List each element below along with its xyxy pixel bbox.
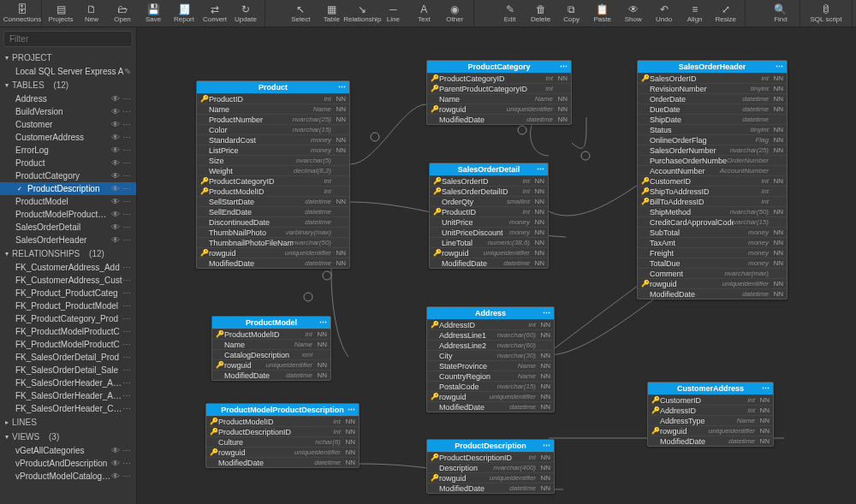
tree-rel[interactable]: FK_SalesOrderDetail_Sale⋯ <box>0 364 136 377</box>
column-row[interactable]: 🔑CustomerIDintNN <box>638 175 787 186</box>
entity-SalesOrderHeader[interactable]: SalesOrderHeader⋯🔑SalesOrderIDintNNRevis… <box>637 60 788 299</box>
tree-table-SalesOrderHeader[interactable]: SalesOrderHeader👁 ⋯ <box>0 234 136 246</box>
new-button[interactable]: 🗋New <box>76 0 107 27</box>
tree-view[interactable]: vProductAndDescription👁 ⋯ <box>0 457 136 470</box>
column-row[interactable]: OnlineOrderFlagFlagNN <box>638 134 787 145</box>
tree-table-ProductCategory[interactable]: ProductCategory👁 ⋯ <box>0 169 136 182</box>
column-row[interactable]: Commentnvarchar(max) <box>638 268 787 278</box>
column-row[interactable]: 🔑SalesOrderIDintNN <box>430 175 548 186</box>
column-row[interactable]: ProductNumbernvarchar(25)NN <box>197 114 349 124</box>
column-row[interactable]: 🔑rowguiduniqueidentifierNN <box>430 247 548 258</box>
column-row[interactable]: 🔑ProductModelIDintNN <box>206 416 359 426</box>
column-row[interactable]: TotalDuemoneyNN <box>638 258 787 268</box>
tree-rel[interactable]: FK_SalesOrderHeader_Add⋯ <box>0 389 136 402</box>
column-row[interactable]: ModifiedDatedatetimeNN <box>427 401 554 412</box>
tree-view[interactable]: vGetAllCategories👁 ⋯ <box>0 444 136 457</box>
tree-rel[interactable]: FK_SalesOrderHeader_Cus⋯ <box>0 402 136 415</box>
column-row[interactable]: TaxAmtmoneyNN <box>638 237 787 247</box>
column-row[interactable]: OrderQtysmallintNN <box>430 196 548 206</box>
tree-table-Address[interactable]: Address👁 ⋯ <box>0 92 136 105</box>
column-row[interactable]: 🔑rowguiduniqueidentifierNN <box>212 359 330 370</box>
tree-rel[interactable]: FK_ProductModelProductC⋯ <box>0 325 136 338</box>
column-row[interactable]: ModifiedDatedatetimeNN <box>206 457 359 467</box>
column-row[interactable]: OrderDatedatetimeNN <box>638 93 787 104</box>
column-row[interactable]: 🔑SalesOrderIDintNN <box>638 73 787 83</box>
resize-button[interactable]: ⤢Resize <box>710 0 741 27</box>
column-row[interactable]: 🔑SalesOrderDetailIDintNN <box>430 186 548 196</box>
column-row[interactable]: 🔑rowguiduniqueidentifierNN <box>206 447 359 457</box>
column-row[interactable]: AddressLine2nvarchar(60) <box>427 340 554 350</box>
column-row[interactable]: 🔑ProductCategoryIDint <box>197 175 349 186</box>
line-button[interactable]: ─Line <box>377 0 408 27</box>
tree-rel[interactable]: FK_CustomerAddress_Cust⋯ <box>0 274 136 287</box>
column-row[interactable]: 🔑ShipToAddressIDint <box>638 186 787 196</box>
column-row[interactable]: AddressTypeNameNN <box>648 415 773 425</box>
entity-header[interactable]: CustomerAddress⋯ <box>648 382 773 394</box>
other-button[interactable]: ◉Other <box>439 0 470 27</box>
column-row[interactable]: AccountNumberAccountNumber <box>638 165 787 175</box>
entity-header[interactable]: ProductModel⋯ <box>212 317 330 329</box>
column-row[interactable]: 🔑ProductModelIDint <box>197 186 349 196</box>
column-row[interactable]: StandardCostmoneyNN <box>197 134 349 145</box>
column-row[interactable]: 🔑ProductDescriptionIDintNN <box>427 452 554 462</box>
tree-table-Customer[interactable]: Customer👁 ⋯ <box>0 118 136 131</box>
copy-button[interactable]: ⧉Copy <box>556 0 587 27</box>
save-button[interactable]: 💾Save <box>138 0 169 27</box>
column-row[interactable]: Descriptionnvarchar(400)NN <box>427 462 554 472</box>
tree-table-Product[interactable]: Product👁 ⋯ <box>0 157 136 169</box>
filter-input[interactable] <box>3 31 133 47</box>
column-row[interactable]: ModifiedDatedatetimeNN <box>638 288 787 299</box>
column-row[interactable]: PurchaseOrderNumberOrderNumber <box>638 155 787 165</box>
show-button[interactable]: 👁Show <box>618 0 649 27</box>
tree-rel[interactable]: FK_Product_ProductModel⋯ <box>0 299 136 312</box>
column-row[interactable]: PostalCodenvarchar(15)NN <box>427 381 554 391</box>
tree-rel[interactable]: FK_SalesOrderHeader_Add⋯ <box>0 377 136 389</box>
column-row[interactable]: CountryRegionNameNN <box>427 371 554 381</box>
undo-button[interactable]: ↶Undo <box>649 0 680 27</box>
tree-table-CustomerAddress[interactable]: CustomerAddress👁 ⋯ <box>0 131 136 144</box>
column-row[interactable]: 🔑rowguiduniqueidentifierNN <box>427 104 571 114</box>
table-button[interactable]: ▦Table <box>316 0 347 27</box>
diagram-canvas[interactable]: Product⋯🔑ProductIDintNNNameNameNNProduct… <box>137 27 856 504</box>
column-row[interactable]: ThumbnailPhotoFileNamenvarchar(50) <box>197 237 349 247</box>
column-row[interactable]: 🔑CustomerIDintNN <box>648 394 773 405</box>
column-row[interactable]: NameNameNN <box>212 339 330 349</box>
entity-header[interactable]: Address⋯ <box>427 307 554 319</box>
column-row[interactable]: DueDatedatetimeNN <box>638 104 787 114</box>
paste-button[interactable]: 📋Paste <box>587 0 618 27</box>
entity-header[interactable]: ProductModelProductDescription⋯ <box>206 404 359 416</box>
column-row[interactable]: 🔑ProductCategoryIDintNN <box>427 73 571 83</box>
tree-rel[interactable]: FK_Product_ProductCateg⋯ <box>0 287 136 299</box>
column-row[interactable]: 🔑ProductModelIDintNN <box>212 329 330 339</box>
column-row[interactable]: 🔑rowguiduniqueidentifierNN <box>427 472 554 483</box>
entity-ProductModelProductDescription[interactable]: ProductModelProductDescription⋯🔑ProductM… <box>205 403 360 468</box>
column-row[interactable]: ModifiedDatedatetimeNN <box>427 114 571 124</box>
column-row[interactable]: ShipMethodnvarchar(50)NN <box>638 206 787 216</box>
entity-Address[interactable]: Address⋯🔑AddressIDintNNAddressLine1nvarc… <box>426 306 555 412</box>
select-button[interactable]: ↖Select <box>285 0 316 27</box>
entity-ProductCategory[interactable]: ProductCategory⋯🔑ProductCategoryIDintNN🔑… <box>426 60 572 125</box>
column-row[interactable]: CreditCardApprovalCodevarchar(15) <box>638 216 787 227</box>
column-row[interactable]: 🔑ProductDescriptionIDintNN <box>206 426 359 436</box>
convert-button[interactable]: ⇄Convert <box>199 0 230 27</box>
open-button[interactable]: 🗁Open <box>107 0 138 27</box>
tree-table-ProductDescription[interactable]: ✓ProductDescription👁 ⋯ <box>0 182 136 195</box>
column-row[interactable]: ListPricemoneyNN <box>197 145 349 155</box>
column-row[interactable]: SellEndDatedatetime <box>197 206 349 216</box>
find-button[interactable]: 🔍Find <box>765 0 796 27</box>
column-row[interactable]: ShipDatedatetime <box>638 114 787 124</box>
column-row[interactable]: Culturenchar(6)NN <box>206 436 359 447</box>
column-row[interactable]: ModifiedDatedatetimeNN <box>197 258 349 268</box>
tree-rel[interactable]: FK_SalesOrderDetail_Prod⋯ <box>0 351 136 364</box>
tree-table-ErrorLog[interactable]: ErrorLog👁 ⋯ <box>0 144 136 157</box>
tree-rel[interactable]: FK_CustomerAddress_Add⋯ <box>0 261 136 274</box>
edit-button[interactable]: ✎Edit <box>495 0 526 27</box>
tree-section-relationships[interactable]: ▾RELATIONSHIPS (12) <box>0 246 136 261</box>
entity-header[interactable]: SalesOrderHeader⋯ <box>638 61 787 73</box>
project-name[interactable]: Local SQL Server Express A✎ <box>0 65 136 78</box>
column-row[interactable]: 🔑AddressIDintNN <box>648 405 773 415</box>
relationship-button[interactable]: ↘Relationship <box>347 0 377 27</box>
column-row[interactable]: LineTotalnumeric(38,6)NN <box>430 237 548 247</box>
column-row[interactable]: ModifiedDatedatetimeNN <box>427 483 554 493</box>
align-button[interactable]: ≡Align <box>680 0 710 27</box>
